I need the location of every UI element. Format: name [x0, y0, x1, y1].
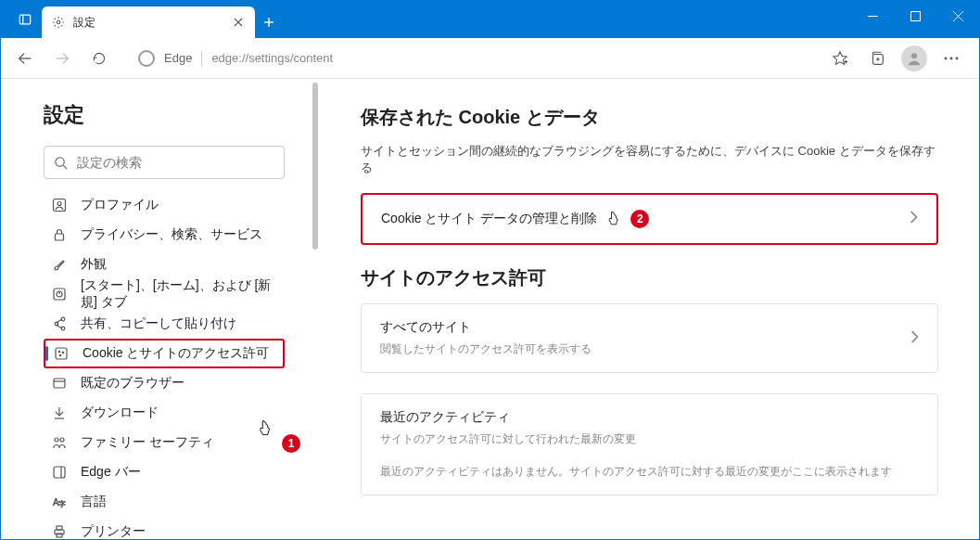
- sidebar-item-label: プリンター: [81, 523, 146, 539]
- tab-title: 設定: [73, 15, 223, 31]
- svg-point-35: [58, 351, 59, 352]
- sidebar-icon: [51, 464, 68, 481]
- svg-line-24: [63, 165, 67, 169]
- minimize-button[interactable]: [851, 1, 894, 31]
- forward-button[interactable]: [45, 42, 79, 75]
- browser-icon: [51, 375, 68, 392]
- annotation-badge-2: 2: [630, 210, 649, 228]
- browser-toolbar: Edge edge://settings/content: [1, 38, 979, 79]
- tab-actions-icon[interactable]: [8, 1, 42, 38]
- addr-separator: [201, 51, 202, 66]
- svg-point-21: [950, 57, 953, 59]
- sidebar-item-label: プロファイル: [81, 197, 159, 213]
- window-titlebar: 設定: [1, 1, 979, 38]
- svg-rect-50: [57, 534, 62, 537]
- card-label: Cookie とサイト データの管理と削除: [381, 211, 597, 227]
- window-controls: [851, 1, 979, 31]
- maximize-button[interactable]: [894, 1, 936, 31]
- sidebar-scrollbar[interactable]: [311, 79, 320, 539]
- cursor-icon: [605, 210, 623, 228]
- search-icon: [54, 156, 68, 170]
- favorites-button[interactable]: [823, 42, 857, 75]
- sidebar-item-share[interactable]: 共有、コピーして貼り付け: [44, 309, 285, 339]
- avatar-icon: [901, 45, 927, 71]
- more-button[interactable]: [935, 42, 968, 75]
- sidebar-item-privacy[interactable]: プライバシー、検索、サービス: [44, 220, 285, 250]
- chevron-right-icon: [909, 211, 918, 227]
- card-manage-cookies[interactable]: Cookie とサイト データの管理と削除 2: [361, 193, 938, 245]
- addr-edge-label: Edge: [164, 51, 192, 65]
- card-label: 最近のアクティビティ: [380, 409, 919, 426]
- sidebar-item-edgebar[interactable]: Edge バー: [44, 457, 285, 487]
- scrollbar-thumb[interactable]: [312, 83, 318, 250]
- sidebar-item-label: ダウンロード: [81, 405, 159, 421]
- svg-rect-34: [56, 348, 67, 359]
- chevron-right-icon: [910, 330, 919, 347]
- svg-rect-44: [54, 467, 65, 478]
- edge-icon: [138, 50, 155, 67]
- svg-rect-8: [910, 11, 920, 20]
- sidebar-item-language[interactable]: A字 言語: [44, 487, 285, 517]
- svg-point-36: [62, 352, 63, 353]
- settings-nav: プロファイル プライバシー、検索、サービス 外観 [スタート]、[ホーム]、およ…: [44, 190, 303, 539]
- printer-icon: [51, 523, 68, 539]
- download-icon: [51, 405, 68, 421]
- svg-rect-27: [56, 234, 64, 240]
- close-icon[interactable]: [231, 15, 246, 30]
- sidebar-item-label: 言語: [81, 494, 107, 510]
- card-label: すべてのサイト: [380, 319, 592, 336]
- svg-marker-13: [834, 51, 846, 64]
- card-recent-activity[interactable]: 最近のアクティビティ サイトのアクセス許可に対して行われた最新の変更 最近のアク…: [361, 393, 938, 495]
- sidebar-item-label: Edge バー: [81, 464, 141, 481]
- svg-point-26: [57, 202, 61, 206]
- svg-rect-0: [19, 15, 30, 24]
- sidebar-item-appearance[interactable]: 外観: [44, 250, 285, 279]
- sidebar-item-printer[interactable]: プリンター: [44, 517, 285, 539]
- tab-strip: 設定: [1, 1, 283, 38]
- sidebar-item-label: 外観: [81, 256, 107, 273]
- card-desc: 閲覧したサイトのアクセス許可を表示する: [380, 341, 592, 357]
- svg-point-23: [56, 157, 64, 165]
- svg-point-22: [956, 57, 959, 59]
- svg-point-37: [59, 354, 60, 355]
- collections-button[interactable]: [860, 42, 894, 75]
- svg-rect-49: [57, 526, 62, 530]
- section-heading: サイトのアクセス許可: [361, 265, 938, 290]
- power-icon: [51, 286, 68, 302]
- sidebar-item-label: ファミリー セーフティ: [81, 434, 214, 451]
- sidebar-item-family[interactable]: ファミリー セーフティ: [44, 428, 285, 457]
- sidebar-item-cookies[interactable]: Cookie とサイトのアクセス許可: [44, 339, 285, 368]
- share-icon: [51, 315, 68, 332]
- refresh-button[interactable]: [83, 42, 116, 75]
- back-button[interactable]: [8, 42, 42, 75]
- sidebar-item-downloads[interactable]: ダウンロード: [44, 398, 285, 428]
- svg-point-31: [61, 317, 65, 321]
- svg-text:字: 字: [58, 500, 66, 508]
- sidebar-item-label: 既定のブラウザー: [81, 375, 185, 392]
- close-window-button[interactable]: [936, 1, 979, 31]
- svg-point-20: [945, 57, 948, 59]
- search-input[interactable]: [77, 155, 274, 170]
- settings-main: 保存された Cookie とデータ サイトとセッション間の継続的なブラウジングを…: [320, 79, 979, 539]
- settings-search[interactable]: [44, 146, 285, 179]
- gear-icon: [51, 15, 66, 30]
- language-icon: A字: [51, 494, 68, 510]
- settings-heading: 設定: [44, 101, 303, 129]
- sidebar-item-startup[interactable]: [スタート]、[ホーム]、および [新規] タブ: [44, 279, 285, 309]
- profile-button[interactable]: [897, 42, 931, 75]
- svg-point-33: [61, 327, 65, 330]
- svg-point-43: [60, 438, 64, 442]
- sidebar-item-label: プライバシー、検索、サービス: [81, 226, 262, 243]
- sidebar-item-label: [スタート]、[ホーム]、および [新規] タブ: [81, 277, 277, 311]
- card-all-sites[interactable]: すべてのサイト 閲覧したサイトのアクセス許可を表示する: [361, 303, 938, 373]
- svg-point-19: [911, 53, 917, 58]
- svg-point-2: [57, 20, 60, 24]
- addr-url: edge://settings/content: [211, 51, 333, 65]
- sidebar-item-label: 共有、コピーして貼り付け: [81, 315, 236, 332]
- address-bar[interactable]: Edge edge://settings/content: [127, 44, 812, 73]
- browser-tab[interactable]: 設定: [42, 6, 255, 38]
- annotation-badge-1: 1: [282, 434, 300, 453]
- sidebar-item-profile[interactable]: プロファイル: [44, 190, 285, 220]
- new-tab-button[interactable]: [255, 6, 283, 38]
- sidebar-item-default-browser[interactable]: 既定のブラウザー: [44, 368, 285, 398]
